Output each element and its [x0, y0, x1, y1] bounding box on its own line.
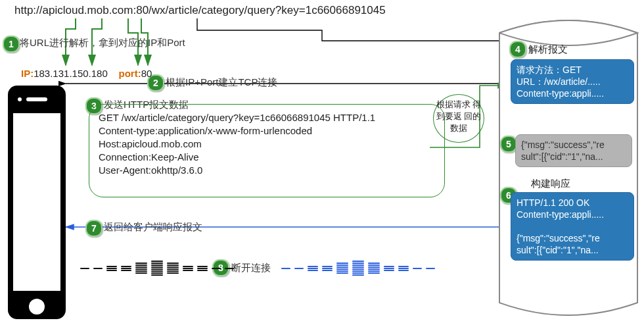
server-query-note: 根据请求 得到要返 回的数据: [433, 94, 484, 143]
svg-rect-3: [13, 113, 60, 291]
step-2-label: 根据IP+Port建立TCP连接: [166, 76, 277, 89]
phone-icon: [8, 86, 66, 319]
step-1-badge: 1: [3, 36, 20, 53]
db-result-box: {"msg":"success","re sult":[{"cid":"1","…: [515, 134, 632, 167]
disconnect-pattern-left: [80, 261, 234, 276]
parsed-request-box: 请求方法：GET URL：/wx/article/..... Content-t…: [511, 59, 634, 104]
resolved-ip-port: IP:183.131.150.180 port:80: [21, 68, 152, 79]
ip-value: 183.131.150.180: [34, 68, 108, 79]
step-1-label: 将URL进行解析，拿到对应的IP和Port: [20, 37, 185, 49]
diagram-canvas: http://apicloud.mob.com:80/wx/article/ca…: [0, 0, 644, 329]
disconnect-pattern-right: [281, 261, 435, 276]
http-request-box: GET /wx/article/category/query?key=1c660…: [89, 104, 445, 197]
step-6-label: 构建响应: [531, 178, 570, 190]
step-7-badge: 7: [85, 220, 103, 237]
step-4-label: 解析报文: [528, 43, 568, 56]
port-label: port:: [118, 68, 141, 79]
svg-rect-5: [26, 97, 47, 101]
ip-label: IP:: [21, 68, 34, 79]
step-4-badge: 4: [509, 41, 526, 58]
http-response-box: HTTP/1.1 200 OK Content-type:appli..... …: [511, 192, 634, 261]
step-8-label: 断开连接: [231, 262, 271, 274]
port-value: 80: [141, 68, 152, 79]
step-7-label: 返回给客户端响应报文: [104, 221, 202, 234]
svg-point-6: [18, 97, 22, 101]
svg-point-4: [29, 299, 45, 315]
